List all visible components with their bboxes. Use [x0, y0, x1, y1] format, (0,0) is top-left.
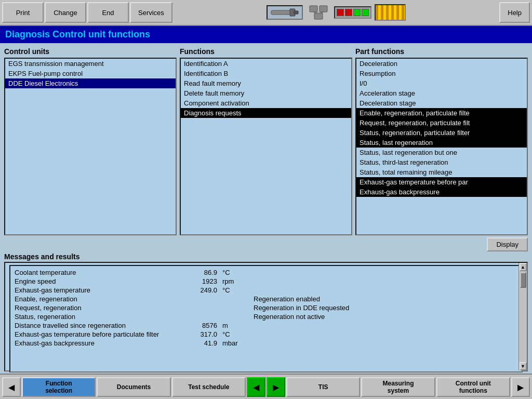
- function-item[interactable]: Component activation: [181, 98, 351, 108]
- message-text: [254, 269, 511, 276]
- message-row: Status, regenerationRegeneration not act…: [15, 312, 511, 321]
- message-unit: rpm: [222, 277, 254, 285]
- nav-button-2[interactable]: Test schedule: [172, 377, 246, 397]
- main-content: Control units EGS transmission managemen…: [0, 43, 532, 374]
- message-label: Exhaust-gas temperature before particula…: [15, 330, 181, 338]
- print-button[interactable]: Print: [2, 2, 44, 23]
- toolbar-spacer: [174, 2, 498, 23]
- control-unit-item[interactable]: DDE Diesel Electronics: [5, 78, 176, 88]
- nav-buttons: Function selectionDocumentsTest schedule: [22, 377, 246, 397]
- control-unit-item[interactable]: EGS transmission management: [5, 59, 176, 69]
- nav-button-4[interactable]: Measuring system: [361, 377, 435, 397]
- change-button[interactable]: Change: [45, 2, 86, 23]
- message-value: [181, 313, 222, 321]
- toolbar: Print Change End Services: [0, 0, 532, 26]
- part-function-item[interactable]: Exhaust-gas temperature before par: [356, 177, 527, 187]
- nav-button-5[interactable]: Control unit functions: [436, 377, 510, 397]
- message-text: [254, 339, 511, 347]
- message-label: Engine speed: [15, 277, 181, 285]
- nav-button-1[interactable]: Documents: [97, 377, 170, 397]
- functions-panel: Functions Identification AIdentification…: [180, 47, 352, 235]
- nav-left-arrow[interactable]: ◀: [2, 377, 21, 397]
- function-item[interactable]: Diagnosis requests: [181, 108, 351, 118]
- services-button[interactable]: Services: [130, 2, 172, 23]
- message-unit: [222, 304, 254, 312]
- part-functions-title: Part functions: [355, 47, 528, 56]
- part-functions-panel: Part functions DecelerationResumptionI/0…: [355, 47, 528, 235]
- red-light: [337, 9, 344, 16]
- scroll-thumb[interactable]: [520, 272, 526, 288]
- svg-rect-2: [294, 11, 298, 14]
- message-row: Exhaust-gas temperature249.0°C: [15, 286, 511, 295]
- message-row: Exhaust-gas backpressure41.9mbar: [15, 339, 511, 348]
- part-function-item[interactable]: Deceleration: [356, 59, 527, 69]
- message-text: Regeneration in DDE requested: [254, 304, 511, 312]
- messages-title: Messages and results: [4, 252, 80, 261]
- help-button[interactable]: Help: [499, 2, 530, 23]
- nav-left-green-arrow[interactable]: ◀: [247, 377, 265, 397]
- part-function-item[interactable]: Status, last regeneration but one: [356, 148, 527, 157]
- nav-button-0[interactable]: Function selection: [22, 377, 96, 397]
- connector-icon: [267, 5, 303, 20]
- svg-rect-4: [320, 6, 327, 12]
- scroll-down-arrow[interactable]: ▼: [520, 362, 527, 370]
- message-value: 1923: [181, 277, 222, 285]
- nav-right-arrow[interactable]: ▶: [511, 377, 530, 397]
- message-label: Exhaust-gas backpressure: [15, 339, 181, 347]
- message-value: 86.9: [181, 269, 222, 276]
- part-function-item[interactable]: Enable, regeneration, particulate filte: [356, 108, 527, 118]
- message-value: [181, 304, 222, 312]
- nav-right-green-arrow[interactable]: ▶: [267, 377, 285, 397]
- part-function-item[interactable]: Status, regeneration, particulate filter: [356, 128, 527, 138]
- message-text: [254, 277, 511, 285]
- end-button[interactable]: End: [87, 2, 129, 23]
- green-light1: [353, 9, 361, 16]
- message-value: 249.0: [181, 286, 222, 294]
- part-function-item[interactable]: Status, last regeneration: [356, 138, 527, 148]
- display-button[interactable]: Display: [487, 237, 528, 251]
- function-item[interactable]: Read fault memory: [181, 78, 351, 88]
- scroll-up-arrow[interactable]: ▲: [520, 263, 527, 271]
- part-function-item[interactable]: Acceleration stage: [356, 88, 527, 98]
- title-bar: Diagnosis Control unit functions: [0, 26, 532, 43]
- message-row: Exhaust-gas temperature before particula…: [15, 330, 511, 339]
- message-unit: °C: [222, 286, 254, 294]
- function-item[interactable]: Delete fault memory: [181, 88, 351, 98]
- message-row: Engine speed1923rpm: [15, 277, 511, 286]
- messages-area: Coolant temperature86.9°CEngine speed192…: [9, 265, 523, 373]
- message-row: Request, regenerationRegeneration in DDE…: [15, 303, 511, 312]
- messages-wrapper: Messages and results Coolant temperature…: [4, 251, 528, 371]
- message-unit: [222, 295, 254, 303]
- message-label: Coolant temperature: [15, 269, 181, 276]
- control-units-panel: Control units EGS transmission managemen…: [4, 47, 177, 235]
- control-unit-item[interactable]: EKPS Fuel-pump control: [5, 69, 176, 78]
- nav-buttons-right: TISMeasuring systemControl unit function…: [286, 377, 510, 397]
- part-functions-list[interactable]: DecelerationResumptionI/0Acceleration st…: [355, 58, 528, 235]
- functions-list[interactable]: Identification AIdentification BRead fau…: [180, 58, 352, 235]
- function-item[interactable]: Identification B: [181, 69, 351, 78]
- part-function-item[interactable]: Exhaust-gas backpressure: [356, 187, 527, 197]
- function-item[interactable]: Identification A: [181, 59, 351, 69]
- message-label: Exhaust-gas temperature: [15, 286, 181, 294]
- functions-title: Functions: [180, 47, 352, 56]
- page-title: Diagnosis Control unit functions: [5, 29, 150, 39]
- message-row: Coolant temperature86.9°C: [15, 268, 511, 277]
- message-unit: m: [222, 322, 254, 329]
- message-unit: mbar: [222, 339, 254, 347]
- green-light2: [362, 9, 369, 16]
- part-function-item[interactable]: I/0: [356, 78, 527, 88]
- svg-rect-3: [310, 6, 317, 12]
- part-function-item[interactable]: Deceleration stage: [356, 98, 527, 108]
- display-btn-row: Display: [0, 235, 532, 251]
- nav-button-3[interactable]: TIS: [286, 377, 360, 397]
- part-function-item[interactable]: Status, third-last regeneration: [356, 157, 527, 167]
- message-text: [254, 286, 511, 294]
- control-units-list[interactable]: EGS transmission managementEKPS Fuel-pum…: [4, 58, 177, 235]
- part-function-item[interactable]: Status, total remaining mileage: [356, 167, 527, 177]
- svg-rect-5: [314, 13, 323, 19]
- nav-arrows-green: ◀ ▶: [247, 377, 285, 397]
- message-value: 317.0: [181, 330, 222, 338]
- part-function-item[interactable]: Resumption: [356, 69, 527, 78]
- red-light2: [345, 9, 352, 16]
- part-function-item[interactable]: Request, regeneration, particulate filt: [356, 118, 527, 128]
